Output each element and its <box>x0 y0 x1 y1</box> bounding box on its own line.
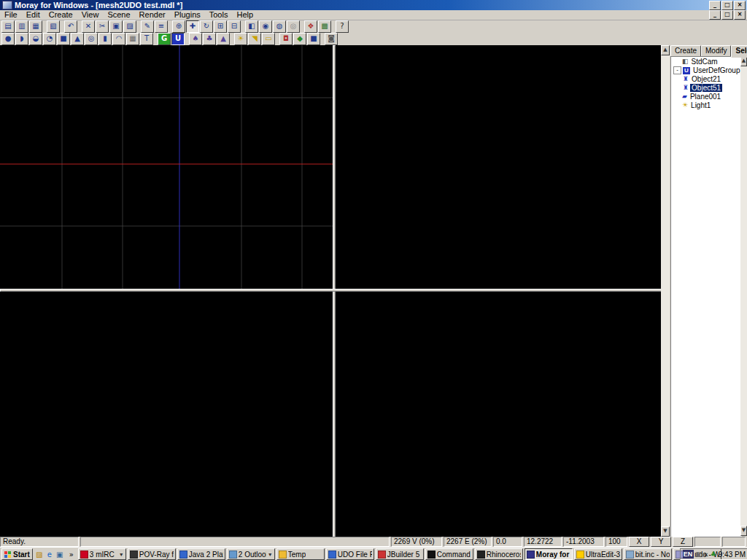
tree-item-object21[interactable]: ♜Object21 <box>671 75 741 83</box>
cut-button[interactable]: ✂ <box>96 20 109 33</box>
biped-button[interactable]: ♣ <box>203 33 216 45</box>
task-3-mirc[interactable]: 3 mIRC▼ <box>78 548 126 560</box>
task-java-2-platf[interactable]: Java 2 Platf... <box>177 548 225 560</box>
export-button[interactable]: ▧ <box>47 20 60 33</box>
close-icon[interactable]: × <box>734 1 746 10</box>
viewport-side[interactable] <box>336 45 661 289</box>
scroll-down-icon[interactable]: ▼ <box>740 526 747 536</box>
arch-button[interactable]: ◠ <box>112 33 125 45</box>
color-maps-button[interactable]: ◆ <box>293 33 306 45</box>
task-rhinoceros[interactable]: Rhinoceros ... <box>475 548 523 560</box>
point-light-button[interactable]: ☀ <box>234 33 247 45</box>
text-button[interactable]: T <box>140 33 153 45</box>
quicklaunch-overflow-icon[interactable]: » <box>66 550 77 559</box>
paste-button[interactable]: ▨ <box>123 20 136 33</box>
tree-item-light1[interactable]: ☀Light1 <box>671 101 741 109</box>
menu-plugins[interactable]: Plugins <box>170 10 205 20</box>
rotate-button[interactable]: ↻ <box>200 20 213 33</box>
tree-scrollbar[interactable]: ▲ ▼ <box>740 56 747 536</box>
render-scene-button[interactable]: ◍ <box>273 20 286 33</box>
scene-tree[interactable]: ◧StdCam-UUserDefGroup1♜Object21♜Object51… <box>670 56 742 537</box>
materials-button[interactable]: ◘ <box>279 33 293 45</box>
menu-create[interactable]: Create <box>44 10 77 20</box>
task-bit-inc-not[interactable]: bit.inc - Not... <box>624 548 672 560</box>
disc-button[interactable]: ◔ <box>43 33 56 45</box>
menu-render[interactable]: Render <box>135 10 170 20</box>
task-dropdown-icon[interactable]: ▼ <box>266 552 273 557</box>
conifer-button[interactable]: ▲ <box>217 33 230 45</box>
dual-view-button[interactable]: ⊟ <box>228 20 241 33</box>
edit-points-button[interactable]: ✎ <box>141 20 154 33</box>
minimize-icon[interactable]: _ <box>709 1 721 10</box>
task-dropdown-icon[interactable]: ▼ <box>117 552 124 557</box>
spot-light-button[interactable]: ◥ <box>248 33 261 45</box>
camera-button[interactable]: ■ <box>307 33 320 45</box>
task-moray-for[interactable]: Moray for ... <box>525 548 573 560</box>
render-image-button[interactable]: ▩ <box>318 20 331 33</box>
move-button[interactable]: ✚ <box>186 20 199 33</box>
render-options-button[interactable]: ◙ <box>325 33 338 45</box>
viewport-stdcam[interactable] <box>336 292 661 537</box>
scroll-up-icon[interactable]: ▲ <box>661 45 670 55</box>
align-button[interactable]: ≡ <box>155 20 168 33</box>
agent-tray-icon[interactable]: ♣ <box>711 551 716 558</box>
menu-view[interactable]: View <box>77 10 104 20</box>
minimize-icon[interactable]: _ <box>709 10 721 20</box>
quicklaunch-internet-explorer-icon[interactable]: e <box>44 550 55 559</box>
quicklaunch-desktop-icon[interactable]: ▣ <box>55 550 65 559</box>
undo-button[interactable]: ↶ <box>64 20 77 33</box>
task-ultraedit-32[interactable]: UltraEdit-32 <box>574 548 622 560</box>
torus-button[interactable]: ◎ <box>85 33 98 45</box>
grid-button[interactable]: G <box>158 33 171 45</box>
tree-item-object51[interactable]: ♜Object51 <box>671 84 741 92</box>
new-button[interactable]: ▤ <box>1 20 15 33</box>
menu-scene[interactable]: Scene <box>103 10 134 20</box>
task-udo-file-fo[interactable]: UDO File Fo... <box>326 548 374 560</box>
language-indicator[interactable]: EN <box>683 550 694 559</box>
close-icon[interactable]: × <box>734 10 746 20</box>
axis-y-button[interactable]: Y <box>651 537 671 547</box>
title-bar[interactable]: Moray for Windows - [mesh2UDO test.mdl *… <box>0 0 747 10</box>
plugin-tools-button[interactable]: ❖ <box>304 20 317 33</box>
task-jbuilder-5[interactable]: JBuilder 5 - ... <box>376 548 424 560</box>
menu-file[interactable]: File <box>0 10 22 20</box>
quicklaunch-folder-icon[interactable]: ▨ <box>34 550 44 559</box>
udo-button[interactable]: U <box>171 33 185 45</box>
render-view-button[interactable]: ◉ <box>259 20 272 33</box>
tab-create[interactable]: Create <box>670 45 701 57</box>
tree-button[interactable]: ♠ <box>189 33 202 45</box>
tree-item-plane001[interactable]: ▰Plane001 <box>671 93 741 101</box>
tab-select[interactable]: Select <box>731 45 747 58</box>
start-button[interactable]: Start <box>1 548 33 560</box>
maximize-icon[interactable]: □ <box>721 10 733 20</box>
axis-z-button[interactable]: Z <box>673 537 693 547</box>
tab-modify[interactable]: Modify <box>701 45 731 57</box>
tree-item-stdcam[interactable]: ◧StdCam <box>671 58 741 66</box>
axis-x-button[interactable]: X <box>629 537 649 547</box>
render-pause-button[interactable]: ◎ <box>287 20 300 33</box>
task-command-p[interactable]: Command P... <box>425 548 473 560</box>
menu-tools[interactable]: Tools <box>205 10 233 20</box>
scroll-down-icon[interactable]: ▼ <box>661 526 670 537</box>
menu-help[interactable]: Help <box>232 10 258 20</box>
cone-button[interactable]: ▲ <box>71 33 84 45</box>
task-pov-ray-fo[interactable]: POV-Ray fo... <box>128 548 176 560</box>
open-button[interactable]: ▥ <box>15 20 28 33</box>
render-window-button[interactable]: ◧ <box>245 20 258 33</box>
viewport-front[interactable] <box>0 45 333 289</box>
tray-collapse-icon[interactable]: « <box>704 551 708 559</box>
copy-button[interactable]: ▣ <box>109 20 123 33</box>
task-temp[interactable]: Temp <box>276 548 325 560</box>
printer-tray-icon[interactable]: ◧ <box>696 551 703 558</box>
quad-view-button[interactable]: ⊞ <box>214 20 227 33</box>
area-light-button[interactable]: ▭ <box>262 33 275 45</box>
mesh-button[interactable]: ▦ <box>126 33 139 45</box>
pan-button[interactable]: ⊕ <box>172 20 185 33</box>
help-button[interactable]: ? <box>336 20 349 33</box>
tree-item-userdefgroup1[interactable]: -UUserDefGroup1 <box>671 66 741 74</box>
menu-edit[interactable]: Edit <box>22 10 44 20</box>
expander-icon[interactable]: - <box>673 66 681 74</box>
viewport-scrollbar[interactable]: ▲ ▼ <box>661 45 670 537</box>
sor-button[interactable]: ◗ <box>15 33 28 45</box>
box-button[interactable]: ■ <box>57 33 70 45</box>
